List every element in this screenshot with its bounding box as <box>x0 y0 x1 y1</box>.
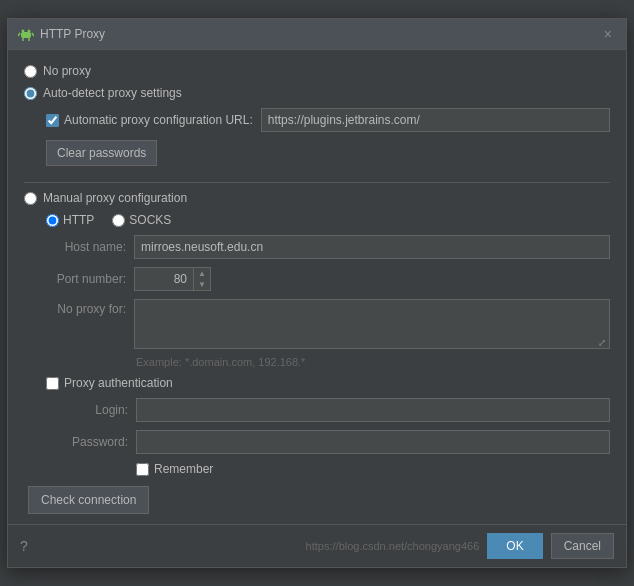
http-protocol-item: HTTP <box>46 213 94 227</box>
socks-label[interactable]: SOCKS <box>129 213 171 227</box>
auto-detect-label[interactable]: Auto-detect proxy settings <box>43 86 182 100</box>
no-proxy-input[interactable] <box>134 299 610 349</box>
divider <box>24 182 610 183</box>
no-proxy-input-wrap: ⤢ <box>134 299 610 352</box>
title-bar: HTTP Proxy × <box>8 19 626 50</box>
svg-line-3 <box>18 33 20 36</box>
svg-line-4 <box>32 33 34 36</box>
expand-icon: ⤢ <box>598 337 606 348</box>
password-label: Password: <box>68 435 128 449</box>
ok-button[interactable]: OK <box>487 533 542 559</box>
proxy-auth-checkbox[interactable] <box>46 377 59 390</box>
manual-proxy-label[interactable]: Manual proxy configuration <box>43 191 187 205</box>
help-icon[interactable]: ? <box>20 538 28 554</box>
port-spinners: ▲ ▼ <box>194 267 211 291</box>
remember-label[interactable]: Remember <box>154 462 213 476</box>
auto-proxy-url-row: Automatic proxy configuration URL: <box>46 108 610 132</box>
auto-detect-radio[interactable] <box>24 87 37 100</box>
url-hint: https://blog.csdn.net/chongyang466 <box>306 540 480 552</box>
http-proxy-dialog: HTTP Proxy × No proxy Auto-detect proxy … <box>7 18 627 568</box>
bottom-right: https://blog.csdn.net/chongyang466 OK Ca… <box>306 533 614 559</box>
cancel-button[interactable]: Cancel <box>551 533 614 559</box>
example-text: Example: *.domain.com, 192.168.* <box>136 356 610 368</box>
check-connection-button[interactable]: Check connection <box>28 486 149 514</box>
no-proxy-for-row: No proxy for: ⤢ <box>46 299 610 352</box>
password-row: Password: <box>68 430 610 454</box>
protocol-radios: HTTP SOCKS <box>46 213 610 227</box>
proxy-auth-label[interactable]: Proxy authentication <box>64 376 173 390</box>
manual-proxy-radio[interactable] <box>24 192 37 205</box>
no-proxy-row: No proxy <box>24 64 610 78</box>
login-input[interactable] <box>136 398 610 422</box>
auto-url-checkbox[interactable] <box>46 114 59 127</box>
dialog-content: No proxy Auto-detect proxy settings Auto… <box>8 50 626 524</box>
port-decrement-button[interactable]: ▼ <box>194 279 210 290</box>
android-icon <box>18 26 34 42</box>
title-bar-left: HTTP Proxy <box>18 26 105 42</box>
clear-passwords-button[interactable]: Clear passwords <box>46 140 157 166</box>
dialog-title: HTTP Proxy <box>40 27 105 41</box>
remember-row: Remember <box>136 462 610 476</box>
login-row: Login: <box>68 398 610 422</box>
host-label: Host name: <box>46 240 126 254</box>
auto-detect-row: Auto-detect proxy settings <box>24 86 610 100</box>
socks-radio[interactable] <box>112 214 125 227</box>
host-name-row: Host name: <box>46 235 610 259</box>
no-proxy-for-label: No proxy for: <box>46 299 126 316</box>
port-input[interactable] <box>134 267 194 291</box>
port-increment-button[interactable]: ▲ <box>194 268 210 279</box>
proxy-auth-row: Proxy authentication <box>46 376 610 390</box>
close-button[interactable]: × <box>600 25 616 43</box>
port-number-row: Port number: ▲ ▼ <box>46 267 610 291</box>
http-radio[interactable] <box>46 214 59 227</box>
http-label[interactable]: HTTP <box>63 213 94 227</box>
bottom-left: ? <box>20 538 28 554</box>
bottom-bar: ? https://blog.csdn.net/chongyang466 OK … <box>8 524 626 567</box>
password-input[interactable] <box>136 430 610 454</box>
socks-protocol-item: SOCKS <box>112 213 171 227</box>
no-proxy-label[interactable]: No proxy <box>43 64 91 78</box>
port-label: Port number: <box>46 272 126 286</box>
auto-url-checkbox-label[interactable]: Automatic proxy configuration URL: <box>46 113 253 127</box>
svg-rect-2 <box>21 32 31 38</box>
no-proxy-radio[interactable] <box>24 65 37 78</box>
manual-proxy-row: Manual proxy configuration <box>24 191 610 205</box>
host-input[interactable] <box>134 235 610 259</box>
auto-url-input[interactable] <box>261 108 610 132</box>
remember-checkbox[interactable] <box>136 463 149 476</box>
login-label: Login: <box>68 403 128 417</box>
